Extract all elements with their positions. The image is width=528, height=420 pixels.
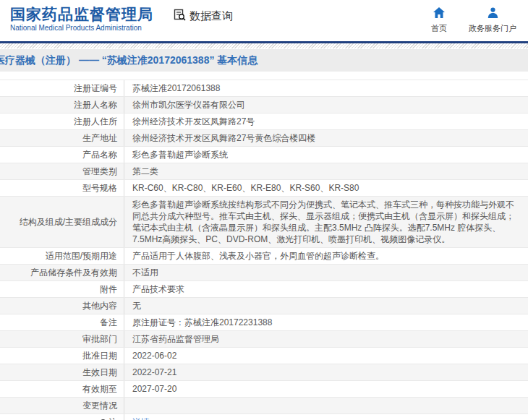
row-label: 附件 bbox=[0, 281, 124, 297]
row-value: 原注册证号：苏械注准20172231388 bbox=[124, 314, 528, 330]
row-label: 产品名称 bbox=[0, 147, 124, 163]
row-label: 审批部门 bbox=[0, 331, 124, 347]
nav-home[interactable]: 首页 bbox=[431, 7, 447, 34]
table-row: 批准日期2022-06-02 bbox=[0, 348, 528, 364]
row-value: 江苏省药品监督管理局 bbox=[124, 331, 528, 347]
row-label: 注 bbox=[0, 414, 124, 420]
table-row: 备注原注册证号：苏械注准20172231388 bbox=[0, 314, 528, 331]
nav-gov-portal-label: 政务服务门户 bbox=[469, 23, 516, 34]
top-nav: 首页 政务服务门户 bbox=[431, 6, 521, 34]
table-row: 注册人名称徐州市凯尔医学仪器有限公司 bbox=[0, 97, 528, 113]
row-value: 详情 bbox=[124, 414, 528, 420]
table-row: 生产地址徐州经济技术开发区凤舞路27号黄色综合楼四楼 bbox=[0, 130, 528, 147]
nav-home-label: 首页 bbox=[431, 23, 447, 34]
nav-gov-portal[interactable]: 政务服务门户 bbox=[469, 7, 516, 34]
row-value: 产品适用于人体腹部、浅表及小器官，外周血管的超声诊断检查。 bbox=[124, 248, 528, 264]
table-row: 型号规格KR-C60、KR-C80、KR-E60、KR-E80、KR-S60、K… bbox=[0, 180, 528, 197]
row-label: 结构及组成/主要组成成分 bbox=[0, 197, 124, 247]
row-value: 第二类 bbox=[124, 163, 528, 179]
row-value: 产品技术要求 bbox=[124, 281, 528, 297]
person-icon bbox=[487, 7, 498, 23]
row-label: 注册证编号 bbox=[0, 80, 124, 96]
table-row: 适用范围/预期用途产品适用于人体腹部、浅表及小器官，外周血管的超声诊断检查。 bbox=[0, 248, 528, 265]
table-row: 审批部门江苏省药品监督管理局 bbox=[0, 331, 528, 348]
row-label: 注册人名称 bbox=[0, 97, 124, 113]
row-value: 徐州经济技术开发区凤舞路27号 bbox=[124, 113, 528, 129]
page-title: 医疗器械（注册） —— “苏械注准20172061388” 基本信息 bbox=[0, 54, 257, 67]
row-label: 其他内容 bbox=[0, 298, 124, 314]
detail-link[interactable]: 详情 bbox=[132, 416, 150, 420]
row-label: 产品储存条件及有效期 bbox=[0, 265, 124, 280]
row-label: 批准日期 bbox=[0, 348, 124, 364]
title-band: 医疗器械（注册） —— “苏械注准20172061388” 基本信息 bbox=[0, 49, 528, 72]
table-row: 注册证编号苏械注准20172061388 bbox=[0, 80, 528, 97]
data-query-tab[interactable]: 数据查询 bbox=[174, 9, 233, 24]
row-value: 彩色多普勒超声诊断系统按结构形式不同分为便携式、笔记本式、推车式三种，每种按功能… bbox=[124, 197, 528, 247]
row-label: 型号规格 bbox=[0, 180, 124, 196]
table-row: 有效期至2027-07-20 bbox=[0, 381, 528, 398]
row-value: 无 bbox=[124, 298, 528, 314]
table-row: 产品储存条件及有效期不适用 bbox=[0, 265, 528, 281]
row-label: 适用范围/预期用途 bbox=[0, 248, 124, 264]
logo-title-en: National Medical Products Administration bbox=[10, 24, 153, 32]
row-value: 彩色多普勒超声诊断系统 bbox=[124, 147, 528, 163]
row-label: 有效期至 bbox=[0, 381, 124, 397]
table-row: 变更情况 bbox=[0, 398, 528, 414]
hatched-strip bbox=[0, 43, 528, 48]
row-label: 变更情况 bbox=[0, 398, 124, 413]
table-row: 附件产品技术要求 bbox=[0, 281, 528, 298]
data-query-label: 数据查询 bbox=[190, 9, 233, 23]
row-label: 备注 bbox=[0, 314, 124, 330]
header: 国家药品监督管理局 National Medical Products Admi… bbox=[0, 0, 528, 41]
nmpa-logo[interactable]: 国家药品监督管理局 National Medical Products Admi… bbox=[10, 6, 153, 32]
table-row: 注册人住所徐州经济技术开发区凤舞路27号 bbox=[0, 113, 528, 130]
data-query-icon bbox=[174, 9, 190, 24]
row-label: 生效日期 bbox=[0, 364, 124, 380]
table-row: 其他内容无 bbox=[0, 298, 528, 314]
table-row: 生效日期2022-07-21 bbox=[0, 364, 528, 381]
row-label: 注册人住所 bbox=[0, 113, 124, 129]
row-label: 管理类别 bbox=[0, 163, 124, 179]
logo-title-cn: 国家药品监督管理局 bbox=[10, 6, 153, 23]
row-value: 2027-07-20 bbox=[124, 381, 528, 397]
row-value: KR-C60、KR-C80、KR-E60、KR-E80、KR-S60、KR-S8… bbox=[124, 180, 528, 196]
row-value: 2022-07-21 bbox=[124, 364, 528, 380]
row-value bbox=[124, 398, 528, 413]
info-table: 注册证编号苏械注准20172061388注册人名称徐州市凯尔医学仪器有限公司注册… bbox=[0, 80, 528, 420]
home-icon bbox=[433, 7, 445, 23]
table-row: 产品名称彩色多普勒超声诊断系统 bbox=[0, 147, 528, 163]
table-row: 结构及组成/主要组成成分彩色多普勒超声诊断系统按结构形式不同分为便携式、笔记本式… bbox=[0, 197, 528, 248]
table-row: 注详情 bbox=[0, 414, 528, 420]
row-value: 苏械注准20172061388 bbox=[124, 80, 528, 96]
row-value: 2022-06-02 bbox=[124, 348, 528, 364]
row-value: 不适用 bbox=[124, 265, 528, 280]
row-value: 徐州市凯尔医学仪器有限公司 bbox=[124, 97, 528, 113]
row-value: 徐州经济技术开发区凤舞路27号黄色综合楼四楼 bbox=[124, 130, 528, 146]
row-label: 生产地址 bbox=[0, 130, 124, 146]
table-row: 管理类别第二类 bbox=[0, 163, 528, 180]
